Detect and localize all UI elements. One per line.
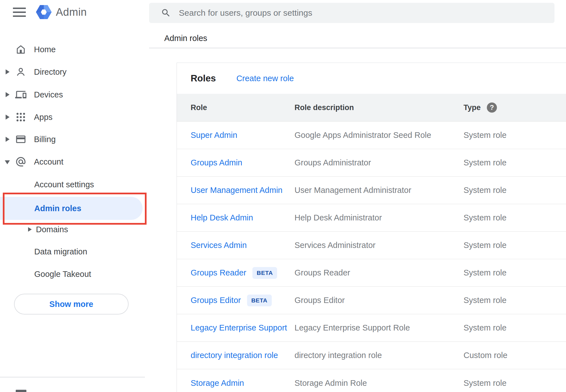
roles-panel: Roles Create new role Role Role descript… [177,63,566,392]
chevron-down-icon[interactable] [5,160,10,164]
sidebar-item-billing[interactable]: Billing [0,128,144,151]
sidebar-item-label: Account [34,157,63,167]
role-link[interactable]: Services Admin [191,241,247,250]
create-new-role-link[interactable]: Create new role [236,74,294,83]
home-icon [15,44,26,55]
sidebar-item-label: Admin roles [34,204,81,213]
role-link[interactable]: Groups Editor [191,296,241,305]
sidebar-item-label: Devices [34,90,63,99]
table-row: Legacy Enterprise Support Legacy Enterpr… [177,314,566,342]
role-link[interactable]: Legacy Enterprise Support [191,323,287,332]
sidebar-item-home[interactable]: Home [0,38,144,61]
sidebar-item-label: Billing [34,135,56,144]
role-link[interactable]: User Management Admin [191,186,282,195]
role-type: System role [464,131,566,140]
show-more-label: Show more [49,300,93,309]
table-row: Groups Editor BETA Groups Editor System … [177,287,566,314]
role-type: Custom role [464,351,566,360]
table-row: Services Admin Services Administrator Sy… [177,232,566,259]
sidebar-divider [0,377,145,377]
role-type: System role [464,323,566,332]
role-type: System role [464,186,566,195]
search-bar[interactable] [149,3,554,23]
admin-hexagon-logo-icon [36,3,52,21]
role-description: Google Apps Administrator Seed Role [295,131,464,140]
role-description: Groups Administrator [295,158,464,167]
role-link[interactable]: Super Admin [191,131,237,140]
table-row: Help Desk Admin Help Desk Administrator … [177,204,566,232]
role-link[interactable]: Storage Admin [191,379,244,388]
show-more-button[interactable]: Show more [14,294,129,314]
role-description: User Management Administrator [295,186,464,195]
role-type: System role [464,213,566,222]
sidebar-item-directory[interactable]: Directory [0,61,144,83]
column-header-role: Role [191,103,207,112]
chevron-right-icon[interactable] [6,115,10,120]
role-description: Storage Admin Role [295,379,464,388]
credit-card-icon [15,134,26,145]
roles-panel-header: Roles Create new role [177,63,566,94]
table-row: directory integration role directory int… [177,342,566,369]
role-link[interactable]: Groups Admin [191,158,242,167]
role-description: directory integration role [295,351,464,360]
role-description: Groups Editor [295,296,464,305]
role-type: System role [464,268,566,277]
breadcrumb: Admin roles [164,34,207,43]
table-row: User Management Admin User Management Ad… [177,177,566,204]
role-link[interactable]: Help Desk Admin [191,213,253,222]
sidebar-item-label: Google Takeout [34,270,91,279]
table-header-row: Role Role description Type ? [177,94,566,122]
role-type: System role [464,241,566,250]
column-header-type: Type [464,103,481,112]
panel-title: Roles [191,73,216,84]
beta-badge: BETA [252,267,277,279]
partial-sidebar-icon [16,390,26,392]
table-row: Super Admin Google Apps Administrator Se… [177,122,566,149]
role-link[interactable]: Groups Reader [191,268,246,277]
role-link[interactable]: directory integration role [191,351,278,360]
sidebar-item-label: Apps [34,113,53,122]
role-type: System role [464,158,566,167]
sidebar-item-label: Account settings [34,180,94,189]
column-header-description: Role description [295,103,354,112]
help-icon[interactable]: ? [487,102,497,113]
role-description: Help Desk Administrator [295,213,464,222]
sidebar-item-label: Directory [34,67,67,77]
sidebar-item-apps[interactable]: Apps [0,106,144,128]
menu-hamburger-icon[interactable] [13,8,26,17]
sidebar-item-account[interactable]: Account [0,151,144,173]
table-row: Storage Admin Storage Admin Role System … [177,369,566,392]
devices-icon [15,89,26,100]
person-icon [15,66,26,78]
beta-badge: BETA [247,295,272,306]
sidebar-item-label: Data migration [34,247,87,256]
role-description: Groups Reader [295,268,464,277]
at-sign-icon [15,156,26,167]
role-type: System role [464,296,566,305]
role-description: Services Administrator [295,241,464,250]
sidebar-item-devices[interactable]: Devices [0,83,144,106]
sidebar-item-account-settings[interactable]: Account settings [0,173,144,196]
table-row: Groups Reader BETA Groups Reader System … [177,259,566,287]
header-divider [149,48,566,48]
sidebar-item-admin-roles[interactable]: Admin roles [0,197,143,220]
chevron-right-icon[interactable] [28,227,32,232]
chevron-right-icon[interactable] [6,137,10,142]
chevron-right-icon[interactable] [6,92,10,97]
apps-grid-icon [15,111,26,123]
table-row: Groups Admin Groups Administrator System… [177,149,566,177]
chevron-right-icon[interactable] [6,69,10,74]
search-input[interactable] [179,8,516,18]
sidebar-item-domains[interactable]: Domains [0,218,144,241]
sidebar-item-data-migration[interactable]: Data migration [0,240,144,263]
product-name: Admin [56,6,87,18]
sidebar-item-label: Domains [36,225,68,234]
sidebar-item-label: Home [34,45,56,54]
search-icon [161,8,171,18]
role-description: Legacy Enterprise Support Role [295,323,464,332]
role-type: System role [464,379,566,388]
brand-logo: Admin [36,3,87,21]
sidebar-item-google-takeout[interactable]: Google Takeout [0,263,144,285]
